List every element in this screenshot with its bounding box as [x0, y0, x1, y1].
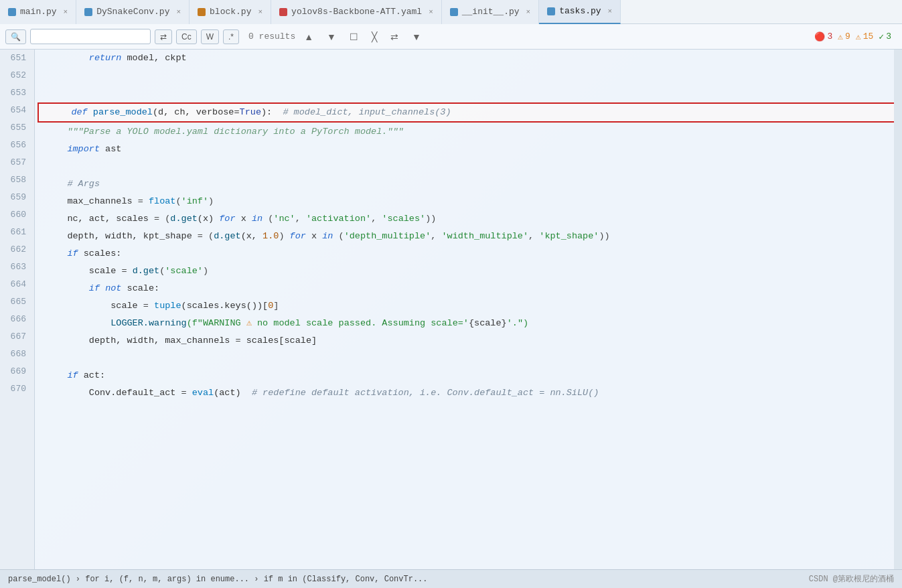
watermark: CSDN @第欧根尼的酒桶 — [809, 573, 894, 585]
code-line: # Args — [35, 175, 902, 193]
regex-button[interactable]: .* — [223, 29, 239, 44]
tab-label: __init__.py — [462, 7, 520, 17]
check-count: 3 — [886, 31, 891, 42]
search-results: 0 results — [248, 31, 295, 42]
code-line — [35, 158, 902, 175]
status-bar: parse_model() › for i, (f, n, m, args) i… — [0, 569, 902, 588]
tab-bar: main.py×DySnakeConv.py×block.py×yolov8s-… — [0, 0, 902, 24]
close-search-button[interactable]: ╳ — [367, 29, 382, 45]
tab-close-icon[interactable]: × — [176, 8, 181, 16]
code-line: depth, width, kpt_shape = (d.get(x, 1.0)… — [35, 228, 902, 245]
code-line — [35, 84, 902, 102]
warning-count: 9 — [845, 31, 850, 42]
tab-block-py[interactable]: block.py× — [190, 0, 271, 24]
line-number: 659 — [5, 189, 26, 206]
code-line: nc, act, scales = (d.get(x) for x in ('n… — [35, 210, 902, 228]
replace-button[interactable]: ⇄ — [155, 29, 172, 44]
tab-icon — [547, 7, 555, 15]
code-line — [35, 350, 902, 367]
code-line: if scales: — [35, 245, 902, 263]
filter-button[interactable]: ▼ — [407, 29, 426, 45]
line-numbers: 6516526536546556566576586596606616626636… — [0, 50, 35, 569]
code-line — [35, 67, 902, 84]
prev-result-button[interactable]: ▲ — [299, 29, 318, 45]
tab-close-icon[interactable]: × — [429, 8, 433, 16]
line-number: 658 — [5, 171, 26, 189]
tab-label: block.py — [210, 7, 251, 17]
error-indicator: 🔴 3 — [814, 31, 832, 42]
line-number: 655 — [5, 119, 26, 137]
check-icon: ✓ — [879, 31, 884, 42]
warning-indicator: ⚠ 9 — [838, 31, 850, 42]
check-indicator: ✓ 3 — [879, 31, 891, 42]
scrollbar[interactable] — [894, 50, 902, 569]
code-line: return model, ckpt — [35, 50, 902, 67]
line-number: 668 — [5, 346, 26, 363]
tab-label: yolov8s-Backbone-ATT.yaml — [291, 7, 422, 17]
line-number: 661 — [5, 224, 26, 241]
line-number: 653 — [5, 84, 26, 102]
tab-icon — [279, 8, 287, 16]
whole-word-button[interactable]: W — [201, 29, 219, 44]
code-line: LOGGER.warning(f"WARNING ⚠ no model scal… — [35, 315, 902, 332]
line-number: 670 — [5, 380, 26, 398]
error-icon: 🔴 — [814, 31, 825, 42]
tab-main-py[interactable]: main.py× — [0, 0, 76, 24]
line-number: 663 — [5, 259, 26, 276]
line-number: 660 — [5, 206, 26, 224]
tab-tasks-py[interactable]: tasks.py× — [539, 0, 621, 24]
code-line: max_channels = float('inf') — [35, 193, 902, 210]
tab-yolov8s-yaml[interactable]: yolov8s-Backbone-ATT.yaml× — [271, 0, 442, 24]
tab-icon — [8, 8, 16, 16]
tab-close-icon[interactable]: × — [64, 8, 68, 16]
tab-label: tasks.py — [559, 6, 601, 16]
code-line: Conv.default_act = eval(act) # redefine … — [35, 384, 902, 402]
code-line: """Parse a YOLO model.yaml dictionary in… — [35, 123, 902, 141]
code-line: scale = d.get('scale') — [35, 263, 902, 280]
line-number: 651 — [5, 50, 26, 67]
tab-label: DySnakeConv.py — [96, 7, 169, 17]
error-count: 3 — [827, 31, 832, 42]
search-input[interactable] — [30, 29, 151, 44]
info-count: 15 — [863, 31, 874, 42]
tab-icon — [198, 8, 206, 16]
warning-icon: ⚠ — [838, 31, 843, 42]
align-button[interactable]: ⇄ — [386, 29, 403, 45]
line-number: 662 — [5, 241, 26, 259]
code-line: scale = tuple(scales.keys())[0] — [35, 297, 902, 315]
search-icon-button[interactable]: 🔍 — [5, 29, 26, 44]
tab-icon — [450, 8, 458, 16]
info-icon: ⚠ — [856, 31, 861, 42]
code-line: if act: — [35, 367, 902, 384]
line-number: 669 — [5, 363, 26, 380]
tab-close-icon[interactable]: × — [608, 7, 613, 15]
next-result-button[interactable]: ▼ — [322, 29, 341, 45]
code-line: def parse_model(d, ch, verbose=True): # … — [37, 102, 899, 123]
breadcrumb: parse_model() › for i, (f, n, m, args) i… — [8, 575, 428, 584]
line-number: 667 — [5, 328, 26, 346]
line-number: 664 — [5, 276, 26, 293]
editor-container: main.py×DySnakeConv.py×block.py×yolov8s-… — [0, 0, 902, 588]
select-all-button[interactable]: ☐ — [345, 29, 363, 45]
line-number: 656 — [5, 137, 26, 154]
line-number: 666 — [5, 311, 26, 328]
code-content[interactable]: return model, ckpt def parse_model(d, ch… — [35, 50, 902, 569]
tab-dysnakeconv-py[interactable]: DySnakeConv.py× — [76, 0, 190, 24]
indicators: 🔴 3 ⚠ 9 ⚠ 15 ✓ 3 — [814, 31, 891, 42]
case-sensitive-button[interactable]: Cc — [176, 29, 197, 44]
tab-close-icon[interactable]: × — [526, 8, 531, 16]
line-number: 652 — [5, 67, 26, 84]
code-line: depth, width, max_channels = scales[scal… — [35, 332, 902, 350]
code-area: 6516526536546556566576586596606616626636… — [0, 50, 902, 569]
tab-icon — [84, 8, 92, 16]
line-number: 665 — [5, 293, 26, 311]
line-number: 657 — [5, 154, 26, 171]
code-line: if not scale: — [35, 280, 902, 297]
code-line: import ast — [35, 141, 902, 158]
tab-init-py[interactable]: __init__.py× — [442, 0, 539, 24]
tab-close-icon[interactable]: × — [258, 8, 262, 16]
search-bar: 🔍 ⇄ Cc W .* 0 results ▲ ▼ ☐ ╳ ⇄ ▼ 🔴 3 ⚠ … — [0, 24, 902, 50]
info-indicator: ⚠ 15 — [856, 31, 873, 42]
tab-label: main.py — [20, 7, 57, 17]
line-number: 654 — [5, 102, 26, 119]
